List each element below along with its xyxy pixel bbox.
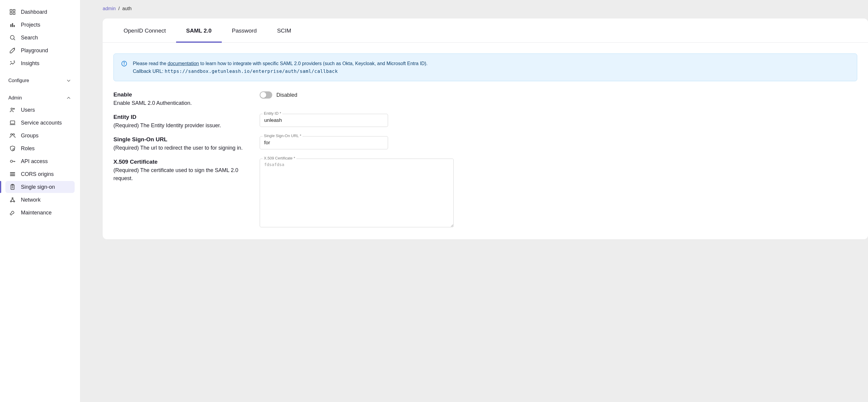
entity-desc: (Required) The Entity Identity provider … [114,121,257,130]
svg-rect-5 [12,23,13,27]
tab-password[interactable]: Password [222,19,267,42]
insights-icon [9,60,16,67]
sidebar-item-label: Users [21,107,35,113]
entity-title: Entity ID [114,114,257,120]
sidebar-item-label: Groups [21,133,38,139]
breadcrumb-sep: / [118,6,119,11]
sidebar-item-playground[interactable]: Playground [5,45,74,56]
sso-title: Single Sign-On URL [114,136,257,143]
cert-title: X.509 Certificate [114,159,257,165]
sidebar-item-label: Insights [21,60,39,66]
svg-line-33 [11,199,13,201]
svg-rect-4 [10,24,12,27]
enable-toggle-label: Disabled [276,92,297,98]
settings-card: OpenID Connect SAML 2.0 Password SCIM Pl… [103,19,868,239]
key-icon [9,158,16,165]
info-alert: Please read the documentation to learn h… [114,54,857,81]
chevron-down-icon [66,78,72,84]
cert-field-info: X.509 Certificate (Required) The certifi… [114,159,257,182]
search-icon [9,34,16,41]
svg-point-19 [10,160,12,162]
sso-url-input[interactable] [260,136,388,149]
sso-url-field: Single Sign-On URL * [260,136,388,149]
sidebar-section-admin[interactable]: Admin [0,92,80,104]
sidebar-item-api-access[interactable]: API access [5,155,74,167]
sidebar-item-cors-origins[interactable]: CORS origins [5,168,74,180]
info-icon [121,60,127,75]
svg-rect-6 [14,25,15,27]
section-title: Configure [8,78,29,83]
groups-icon [9,132,16,139]
sidebar-item-projects[interactable]: Projects [5,19,74,31]
cert-input-label: X.509 Certificate * [263,156,297,161]
laptop-icon [9,119,16,126]
sidebar-item-dashboard[interactable]: Dashboard [5,6,74,18]
sidebar-item-label: Playground [21,48,48,54]
tab-scim[interactable]: SCIM [267,19,302,42]
svg-point-10 [11,61,11,62]
svg-rect-0 [10,9,12,11]
sidebar-item-service-accounts[interactable]: Service accounts [5,117,74,129]
svg-rect-1 [13,9,15,11]
sidebar-section-configure[interactable]: Configure [0,75,80,87]
sidebar-item-label: Maintenance [21,210,52,216]
svg-rect-24 [10,174,15,175]
svg-rect-2 [10,12,12,15]
svg-point-17 [13,134,14,136]
sidebar-item-search[interactable]: Search [5,32,74,44]
enable-title: Enable [114,91,257,98]
sidebar-item-users[interactable]: Users [5,104,74,116]
sidebar-item-groups[interactable]: Groups [5,130,74,142]
sidebar: Dashboard Projects Search Playground Ins… [0,0,80,402]
svg-point-9 [14,48,15,49]
sso-input-label: Single Sign-On URL * [263,134,302,138]
breadcrumb: admin / auth [103,6,868,11]
sidebar-item-maintenance[interactable]: Maintenance [5,207,74,219]
svg-line-8 [14,39,15,40]
svg-rect-25 [10,175,15,176]
sidebar-item-single-sign-on[interactable]: Single sign-on [5,181,74,193]
documentation-link[interactable]: documentation [168,61,199,66]
tab-openid-connect[interactable]: OpenID Connect [114,19,176,42]
sidebar-item-roles[interactable]: Roles [5,142,74,154]
sidebar-item-label: Roles [21,145,35,152]
users-icon [9,106,16,114]
tab-saml[interactable]: SAML 2.0 [176,19,222,42]
svg-point-31 [10,201,12,202]
tabs: OpenID Connect SAML 2.0 Password SCIM [103,19,868,43]
chevron-up-icon [66,95,72,101]
dashboard-icon [9,8,16,16]
sidebar-item-label: Service accounts [21,120,62,126]
cert-textarea[interactable] [260,159,454,227]
entity-id-field: Entity ID * [260,114,388,127]
clipboard-icon [9,183,16,191]
network-icon [9,196,16,203]
svg-point-7 [10,35,14,39]
svg-point-30 [12,198,13,199]
sso-field-info: Single Sign-On URL (Required) The url to… [114,136,257,152]
entity-id-input[interactable] [260,114,388,127]
svg-point-16 [11,134,12,136]
sso-desc: (Required) The url to redirect the user … [114,144,257,152]
enable-toggle[interactable] [260,91,272,98]
svg-point-18 [13,149,14,150]
breadcrumb-root[interactable]: admin [103,6,116,11]
svg-point-38 [124,62,124,63]
enable-desc: Enable SAML 2.0 Authentication. [114,99,257,107]
sidebar-item-insights[interactable]: Insights [5,57,74,69]
svg-point-12 [11,108,13,110]
wrench-icon [9,209,16,216]
sidebar-item-network[interactable]: Network [5,194,74,206]
sidebar-item-label: API access [21,158,48,165]
sidebar-item-label: Single sign-on [21,184,55,190]
sidebar-item-label: Search [21,35,38,41]
callback-url: https://sandbox.getunleash.io/enterprise… [165,69,338,74]
cert-field: X.509 Certificate * [260,159,454,228]
cert-desc: (Required) The certificate used to sign … [114,166,257,182]
cors-icon [9,171,16,178]
sidebar-item-label: Projects [21,22,40,28]
callback-label: Callback URL: [133,69,165,74]
breadcrumb-current: auth [122,6,132,11]
svg-rect-14 [10,121,15,124]
enable-toggle-row: Disabled [260,91,857,98]
